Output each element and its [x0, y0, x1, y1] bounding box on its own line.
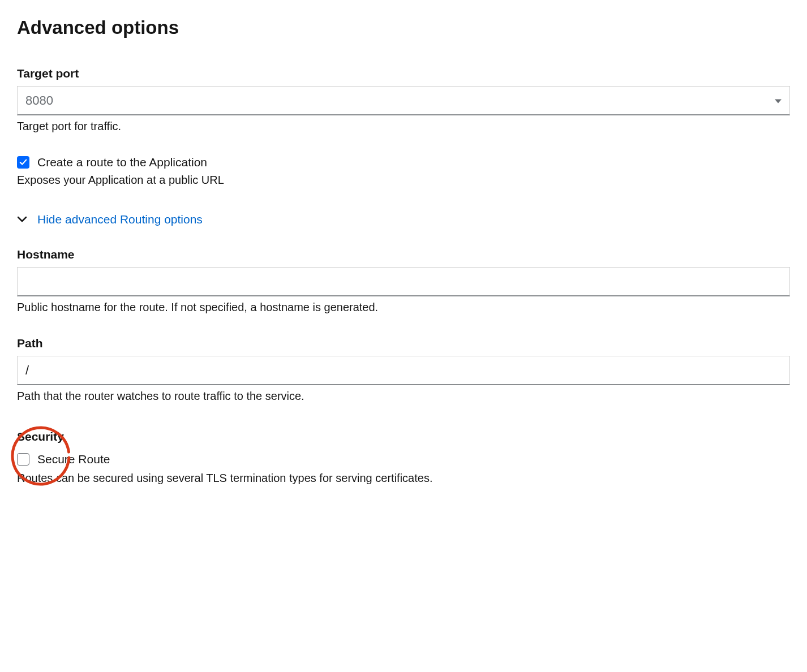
security-label: Security	[17, 430, 790, 443]
create-route-help: Exposes your Application at a public URL	[17, 174, 790, 187]
target-port-group: Target port 8080 Target port for traffic…	[17, 67, 790, 133]
path-input[interactable]	[17, 356, 790, 385]
toggle-routing-link[interactable]: Hide advanced Routing options	[37, 213, 203, 226]
path-label: Path	[17, 337, 790, 350]
create-route-label: Create a route to the Application	[37, 156, 207, 169]
chevron-down-icon	[17, 214, 27, 225]
security-group: Security Secure Route Routes can be secu…	[17, 430, 790, 485]
target-port-help: Target port for traffic.	[17, 120, 790, 133]
hostname-input[interactable]	[17, 267, 790, 296]
path-help: Path that the router watches to route tr…	[17, 390, 790, 403]
caret-down-icon	[775, 96, 782, 105]
target-port-value: 8080	[25, 93, 53, 108]
create-route-group: Create a route to the Application Expose…	[17, 156, 790, 187]
path-group: Path Path that the router watches to rou…	[17, 337, 790, 403]
toggle-routing-row[interactable]: Hide advanced Routing options	[17, 213, 790, 226]
secure-route-label: Secure Route	[37, 453, 110, 466]
hostname-group: Hostname Public hostname for the route. …	[17, 248, 790, 314]
secure-route-checkbox[interactable]	[17, 453, 29, 466]
page-title: Advanced options	[17, 17, 790, 38]
secure-route-help: Routes can be secured using several TLS …	[17, 472, 790, 485]
hostname-help: Public hostname for the route. If not sp…	[17, 301, 790, 314]
target-port-dropdown[interactable]: 8080	[17, 86, 790, 115]
target-port-label: Target port	[17, 67, 790, 80]
create-route-checkbox[interactable]	[17, 156, 29, 169]
hostname-label: Hostname	[17, 248, 790, 261]
